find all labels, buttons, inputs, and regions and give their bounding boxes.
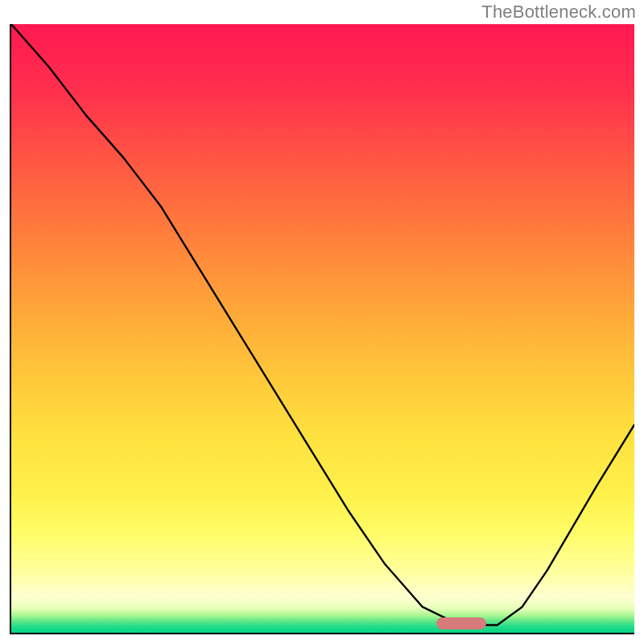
gradient-background (11, 24, 634, 633)
optimal-marker (436, 617, 486, 630)
plot-area (10, 24, 634, 634)
watermark-text: TheBottleneck.com (481, 2, 636, 23)
chart-container: TheBottleneck.com (0, 0, 644, 644)
